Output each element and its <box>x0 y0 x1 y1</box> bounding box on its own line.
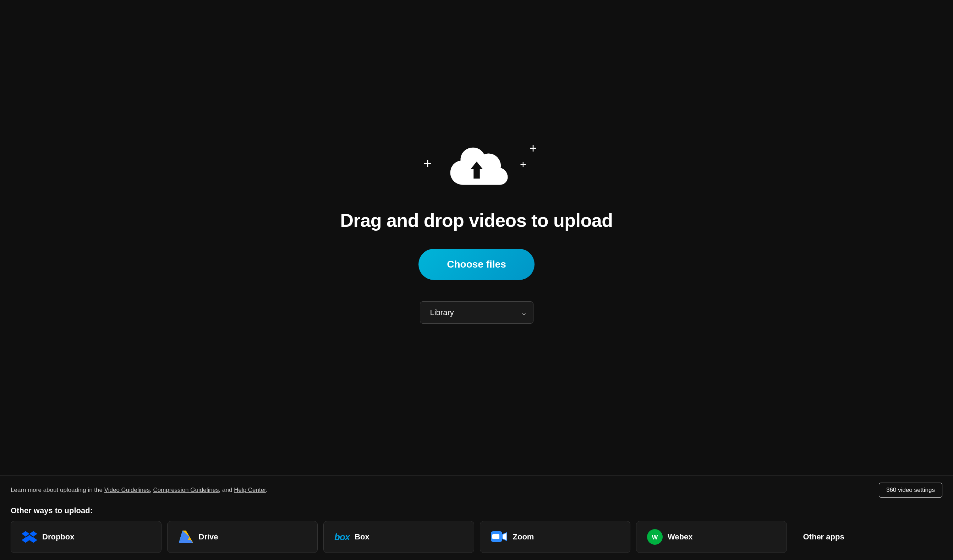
dropbox-label: Dropbox <box>42 532 74 541</box>
zoom-upload-item[interactable]: Zoom <box>480 521 631 553</box>
svg-marker-12 <box>179 540 193 543</box>
360-video-settings-button[interactable]: 360 video settings <box>879 482 942 498</box>
box-icon: box <box>334 532 349 543</box>
drive-label: Drive <box>199 532 218 541</box>
compression-guidelines-link[interactable]: Compression Guidelines <box>153 487 219 493</box>
plus-decoration-left: + <box>424 155 432 172</box>
box-label: Box <box>355 532 369 541</box>
bottom-bar-top: Learn more about uploading in the Video … <box>11 482 942 498</box>
bottom-bar: Learn more about uploading in the Video … <box>0 475 953 560</box>
other-apps-item[interactable]: Other apps <box>793 521 943 553</box>
other-ways-grid: Dropbox Drive box Box <box>11 521 942 553</box>
help-center-link[interactable]: Help Center <box>234 487 266 493</box>
drive-icon <box>178 529 194 545</box>
choose-files-button[interactable]: Choose files <box>419 249 534 280</box>
webex-label: Webex <box>667 532 693 541</box>
other-apps-label: Other apps <box>803 532 844 541</box>
svg-marker-2 <box>29 531 37 537</box>
webex-upload-item[interactable]: W Webex <box>636 521 787 553</box>
video-guidelines-link[interactable]: Video Guidelines <box>104 487 150 493</box>
dropbox-upload-item[interactable]: Dropbox <box>11 521 161 553</box>
upload-drop-zone[interactable]: + + + Drag and drop videos to upload Cho… <box>0 0 953 475</box>
box-upload-item[interactable]: box Box <box>323 521 474 553</box>
upload-title: Drag and drop videos to upload <box>340 210 613 231</box>
dropbox-icon <box>22 529 37 545</box>
svg-marker-1 <box>22 531 29 537</box>
drive-upload-item[interactable]: Drive <box>167 521 318 553</box>
cloud-svg <box>445 144 509 194</box>
svg-text:W: W <box>652 534 658 541</box>
upload-icon-area: + + + <box>445 144 509 195</box>
library-select-wrap[interactable]: Library Channel Playlist ⌄ <box>420 301 534 324</box>
cloud-upload-icon: + + + <box>445 144 509 194</box>
svg-rect-14 <box>492 534 500 539</box>
plus-decoration-top-right: + <box>529 141 537 156</box>
library-select[interactable]: Library Channel Playlist <box>420 301 534 324</box>
zoom-label: Zoom <box>513 532 534 541</box>
other-ways-label: Other ways to upload: <box>11 506 942 515</box>
webex-icon: W <box>647 529 663 545</box>
learn-more-text: Learn more about uploading in the Video … <box>11 487 268 493</box>
plus-decoration-bottom-right: + <box>520 159 526 171</box>
zoom-icon <box>491 531 508 543</box>
